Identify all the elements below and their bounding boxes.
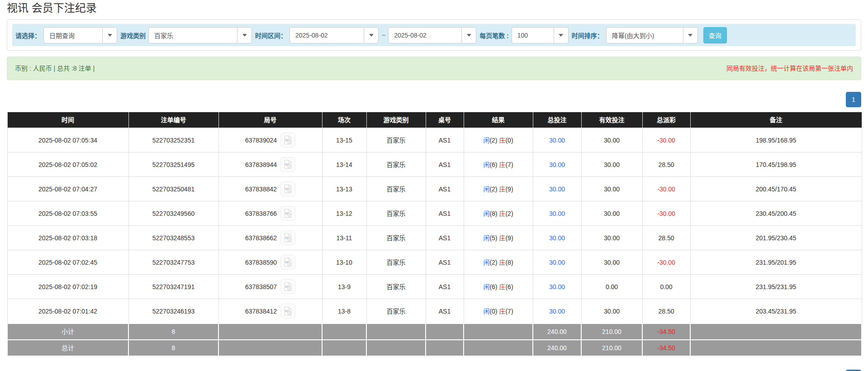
cell-payout: -30.00 <box>642 201 690 226</box>
cell-total-bet[interactable]: 30.00 <box>533 299 581 324</box>
cell-round-id: 637838944 <box>218 152 322 177</box>
col-header-payout: 总派彩 <box>642 112 690 128</box>
cell-time: 2025-08-02 07:01:42 <box>7 299 128 324</box>
query-type-label: 请选择： <box>15 31 41 40</box>
player-result-score: (0) <box>489 308 497 315</box>
cell-round-id: 637838412 <box>218 299 322 324</box>
player-result-label: 闲 <box>483 161 489 168</box>
cell-result: 闲(2) 庄(8) <box>464 250 533 275</box>
date-from-select[interactable]: 2025-08-02 <box>289 27 379 43</box>
cell-total-bet[interactable]: 30.00 <box>533 250 581 275</box>
col-header-game: 游戏类别 <box>366 112 426 128</box>
date-to-select[interactable]: 2025-08-02 <box>388 27 476 43</box>
cell-time: 2025-08-02 07:05:02 <box>7 152 128 177</box>
table-row: 2025-08-02 07:02:19 522703247191 6378385… <box>7 275 862 299</box>
tilde-separator: ~ <box>382 32 385 39</box>
filter-bar: 请选择： 日期查询 游戏类别 百家乐 时间区间： 2025-08-02 ~ 20… <box>12 24 856 46</box>
cell-payout: 28.50 <box>642 299 690 324</box>
cell-payout: -30.00 <box>642 128 690 152</box>
sort-value: 降幂(由大到小) <box>607 28 683 43</box>
col-header-bet-id: 注单编号 <box>128 112 218 128</box>
col-header-result: 结果 <box>464 112 533 128</box>
table-row: 2025-08-02 07:03:18 522703248553 6378386… <box>7 226 862 250</box>
cell-session: 13-9 <box>322 275 366 299</box>
video-file-icon[interactable] <box>280 255 295 270</box>
cell-game: 百家乐 <box>366 299 426 324</box>
banker-result-score: (2) <box>505 210 513 217</box>
cell-bet-id: 522703252351 <box>128 128 218 152</box>
cell-time: 2025-08-02 07:05:34 <box>7 128 128 152</box>
player-result-score: (5) <box>489 234 497 242</box>
cell-session: 13-13 <box>322 177 366 201</box>
col-header-total-bet: 总投注 <box>533 112 581 128</box>
cell-payout: 28.50 <box>642 226 690 250</box>
video-file-icon[interactable] <box>280 230 295 245</box>
page: 视讯 会员下注纪录 请选择： 日期查询 游戏类别 百家乐 时间区间： 2025-… <box>0 2 868 371</box>
cell-result: 闲(2) 庄(9) <box>464 177 533 201</box>
banker-result-score: (9) <box>505 234 513 242</box>
banker-result-label: 庄 <box>499 234 505 242</box>
subtotal-label: 小计 <box>7 323 128 340</box>
video-file-icon[interactable] <box>280 206 295 221</box>
video-file-icon[interactable] <box>280 181 295 196</box>
cell-round-id: 637838662 <box>218 226 322 250</box>
search-button[interactable]: 查询 <box>703 27 727 43</box>
col-header-session: 场次 <box>322 112 366 128</box>
cell-round-id: 637839024 <box>218 128 322 152</box>
cell-game: 百家乐 <box>366 128 426 152</box>
round-id-text: 637838944 <box>245 161 277 168</box>
chevron-down-icon[interactable] <box>683 28 697 43</box>
video-file-icon[interactable] <box>280 279 295 294</box>
round-id-text: 637838412 <box>245 308 277 315</box>
bet-records-table: 时间 注单编号 局号 场次 游戏类别 桌号 结果 总投注 有效投注 总派彩 备注… <box>7 112 862 357</box>
table-row: 2025-08-02 07:03:55 522703249560 6378387… <box>7 201 862 226</box>
player-result-label: 闲 <box>483 259 489 266</box>
subtotal-payout: -34.50 <box>642 323 690 340</box>
page-1-button[interactable]: 1 <box>846 92 861 107</box>
table-header: 时间 注单编号 局号 场次 游戏类别 桌号 结果 总投注 有效投注 总派彩 备注 <box>7 112 862 128</box>
player-result-label: 闲 <box>483 186 489 193</box>
cell-note: 198.95/168.95 <box>690 128 862 152</box>
chevron-down-icon[interactable] <box>364 28 378 43</box>
cell-total-bet[interactable]: 30.00 <box>533 177 581 201</box>
cell-time: 2025-08-02 07:03:55 <box>7 201 128 226</box>
sort-select[interactable]: 降幂(由大到小) <box>606 27 698 43</box>
video-file-icon[interactable] <box>280 157 295 172</box>
cell-total-bet[interactable]: 30.00 <box>533 152 581 177</box>
cell-valid-bet: 30.00 <box>581 152 642 177</box>
cell-total-bet[interactable]: 30.00 <box>533 275 581 299</box>
page-size-select[interactable]: 100 <box>512 27 569 43</box>
video-file-icon[interactable] <box>280 133 295 147</box>
chevron-down-icon[interactable] <box>102 28 117 43</box>
chevron-down-icon[interactable] <box>554 28 568 43</box>
col-header-round-id: 局号 <box>218 112 322 128</box>
cell-table-no: AS1 <box>426 128 464 152</box>
cell-time: 2025-08-02 07:02:45 <box>7 250 128 275</box>
cell-bet-id: 522703248553 <box>128 226 218 250</box>
cell-bet-id: 522703247753 <box>128 250 218 275</box>
date-from-value: 2025-08-02 <box>290 28 364 43</box>
round-id-text: 637838842 <box>245 186 277 193</box>
cell-round-id: 637838766 <box>218 201 322 226</box>
cell-total-bet[interactable]: 30.00 <box>533 128 581 152</box>
cell-round-id: 637838507 <box>218 275 322 299</box>
video-file-icon[interactable] <box>280 304 295 319</box>
banker-result-score: (7) <box>505 161 513 168</box>
cell-total-bet[interactable]: 30.00 <box>533 226 581 250</box>
player-result-label: 闲 <box>483 234 489 242</box>
cell-note: 231.95/201.95 <box>690 250 862 275</box>
table-row: 2025-08-02 07:05:02 522703251495 6378389… <box>7 152 862 177</box>
cell-round-id: 637838842 <box>218 177 322 201</box>
cell-time: 2025-08-02 07:04:27 <box>7 177 128 201</box>
query-type-select[interactable]: 日期查询 <box>43 27 117 43</box>
player-result-score: (2) <box>489 186 497 193</box>
cell-payout: -30.00 <box>642 177 690 201</box>
total-count: 8 <box>128 340 218 356</box>
cell-total-bet[interactable]: 30.00 <box>533 201 581 226</box>
game-category-select[interactable]: 百家乐 <box>148 27 252 43</box>
chevron-down-icon[interactable] <box>461 28 476 43</box>
cell-payout: -30.00 <box>642 250 690 275</box>
cell-game: 百家乐 <box>366 152 426 177</box>
chevron-down-icon[interactable] <box>237 28 251 43</box>
player-result-score: (6) <box>489 161 497 168</box>
